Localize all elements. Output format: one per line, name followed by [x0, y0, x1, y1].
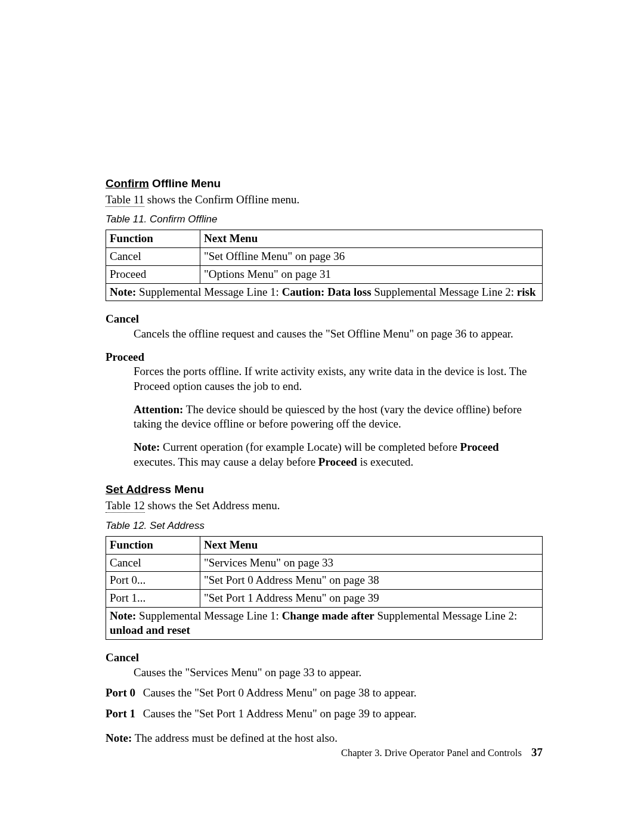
note-text: Supplemental Message Line 1: — [136, 286, 281, 298]
intro-confirm-offline: Table 11 shows the Confirm Offline menu. — [106, 193, 543, 208]
dl-item-port0: Port 0 Causes the "Set Port 0 Address Me… — [106, 686, 543, 701]
note-lead: Note: — [110, 609, 136, 622]
dl-item-cancel: Cancel Cancels the offline request and c… — [106, 312, 543, 341]
term-cancel: Cancel — [106, 651, 543, 665]
note-text: Supplemental Message Line 2: — [371, 286, 517, 298]
cell-function: Proceed — [106, 265, 200, 283]
def-port1: Causes the "Set Port 1 Address Menu" on … — [143, 707, 417, 720]
note-text: Supplemental Message Line 1: — [136, 609, 281, 622]
table-note-row: Note: Supplemental Message Line 1: Chang… — [106, 607, 543, 639]
cell-next: "Set Offline Menu" on page 36 — [200, 248, 543, 266]
note-text: The address must be defined at the host … — [132, 732, 338, 744]
table-note: Note: Supplemental Message Line 1: Cauti… — [106, 283, 543, 301]
note-bold: unload and reset — [110, 624, 190, 636]
note-lead: Note: — [110, 286, 136, 298]
th-next-menu: Next Menu — [200, 230, 543, 248]
dl-item-proceed: Proceed Forces the ports offline. If wri… — [106, 350, 543, 470]
term-proceed: Proceed — [106, 350, 543, 365]
note-bold: Change made after — [282, 609, 374, 622]
cell-next: "Options Menu" on page 31 — [200, 265, 543, 283]
cell-function: Port 0... — [106, 572, 200, 590]
intro-set-address: Table 12 shows the Set Address menu. — [106, 498, 543, 513]
page-content: Confirm Offline Menu Table 11 shows the … — [106, 176, 543, 754]
intro-rest: shows the Confirm Offline menu. — [144, 193, 299, 206]
cell-next: "Set Port 1 Address Menu" on page 39 — [200, 589, 543, 607]
def-proceed: Forces the ports offline. If write activ… — [134, 364, 543, 469]
footer-page-number: 37 — [531, 746, 543, 758]
table-note-row: Note: Supplemental Message Line 1: Cauti… — [106, 283, 543, 301]
cell-function: Port 1... — [106, 589, 200, 607]
note-bold: Proceed — [318, 456, 357, 468]
dl-item-port1: Port 1 Causes the "Set Port 1 Address Me… — [106, 707, 543, 721]
note-text: Current operation (for example Locate) w… — [160, 441, 460, 453]
link-table-11[interactable]: Table 11 — [106, 193, 144, 207]
note-text: is executed. — [357, 456, 413, 468]
note-bold: Caution: Data loss — [282, 286, 371, 298]
link-table-12[interactable]: Table 12 — [106, 499, 145, 513]
cell-function: Cancel — [106, 248, 200, 266]
caption-table-12: Table 12. Set Address — [106, 519, 543, 532]
cell-function: Cancel — [106, 554, 200, 572]
term-port0: Port 0 — [106, 686, 140, 701]
intro-rest: shows the Set Address menu. — [145, 499, 280, 512]
table-row: Cancel "Services Menu" on page 33 — [106, 554, 543, 572]
table-header-row: Function Next Menu — [106, 536, 543, 554]
table-note: Note: Supplemental Message Line 1: Chang… — [106, 607, 543, 639]
attention-lead: Attention: — [134, 403, 183, 416]
proceed-note: Note: Current operation (for example Loc… — [134, 440, 543, 469]
th-next-menu: Next Menu — [200, 536, 543, 554]
caption-table-11: Table 11. Confirm Offline — [106, 213, 543, 226]
page-footer: Chapter 3. Drive Operator Panel and Cont… — [341, 745, 543, 760]
th-function: Function — [106, 536, 200, 554]
dl-item-cancel: Cancel Causes the "Services Menu" on pag… — [106, 651, 543, 680]
term-cancel: Cancel — [106, 312, 543, 327]
def-cancel: Causes the "Services Menu" on page 33 to… — [134, 665, 543, 680]
note-text: Supplemental Message Line 2: — [374, 609, 518, 622]
heading-confirm-offline: Confirm Offline Menu — [106, 176, 543, 191]
note-lead: Note: — [106, 732, 132, 744]
table-row: Port 1... "Set Port 1 Address Menu" on p… — [106, 589, 543, 607]
table-row: Port 0... "Set Port 0 Address Menu" on p… — [106, 572, 543, 590]
heading-rest: ress Menu — [148, 483, 204, 496]
term-port1: Port 1 — [106, 707, 140, 721]
note-lead: Note: — [134, 441, 160, 453]
proceed-paragraph-1: Forces the ports offline. If write activ… — [134, 364, 543, 394]
table-header-row: Function Next Menu — [106, 230, 543, 248]
attention-text: The device should be quiesced by the hos… — [134, 403, 522, 431]
definition-list-confirm: Cancel Cancels the offline request and c… — [106, 312, 543, 469]
heading-underlined: Set Add — [106, 483, 148, 496]
footer-chapter: Chapter 3. Drive Operator Panel and Cont… — [341, 747, 522, 758]
heading-underlined: Confirm — [106, 177, 149, 190]
final-note: Note: The address must be defined at the… — [106, 731, 543, 746]
proceed-attention: Attention: The device should be quiesced… — [134, 402, 543, 432]
note-bold: risk — [517, 286, 536, 298]
def-port0: Causes the "Set Port 0 Address Menu" on … — [143, 686, 417, 699]
th-function: Function — [106, 230, 200, 248]
definition-list-set-address: Cancel Causes the "Services Menu" on pag… — [106, 651, 543, 745]
heading-set-address: Set Address Menu — [106, 482, 543, 497]
cell-next: "Set Port 0 Address Menu" on page 38 — [200, 572, 543, 590]
cell-next: "Services Menu" on page 33 — [200, 554, 543, 572]
heading-rest: Offline Menu — [149, 177, 221, 190]
table-set-address: Function Next Menu Cancel "Services Menu… — [106, 536, 543, 640]
note-bold: Proceed — [460, 441, 499, 453]
def-cancel: Cancels the offline request and causes t… — [134, 327, 543, 342]
table-confirm-offline: Function Next Menu Cancel "Set Offline M… — [106, 230, 543, 301]
table-row: Proceed "Options Menu" on page 31 — [106, 265, 543, 283]
note-text: executes. This may cause a delay before — [134, 456, 318, 468]
table-row: Cancel "Set Offline Menu" on page 36 — [106, 248, 543, 266]
